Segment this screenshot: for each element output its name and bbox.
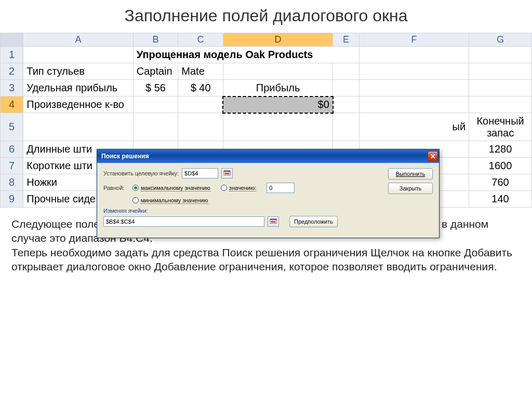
cell-D5[interactable] [223,113,332,141]
close-button[interactable]: ✕ [428,151,438,161]
cell-G2[interactable] [469,63,532,80]
close-icon: ✕ [430,153,436,160]
changing-cells-label: Изменяя ячейки: [103,208,433,214]
cell-B2[interactable]: Captain [133,63,178,80]
row-header-4[interactable]: 4 [1,97,23,113]
cell-G1[interactable] [469,47,532,63]
cell-C5[interactable] [178,113,223,141]
cell-D4[interactable]: $0 [223,97,332,113]
row-header-3[interactable]: 3 [1,80,23,97]
row-header-9[interactable]: 9 [1,191,23,208]
cell-F4[interactable] [359,97,469,113]
equal-label: Равной: [103,185,129,191]
cell-B1[interactable]: Упрощенная модель Oak Products [133,47,359,63]
changing-cells-row: Предположить [103,216,433,227]
svg-rect-2 [225,173,230,174]
col-header-B[interactable]: B [133,33,178,47]
radio-max-label: максимальному значению [141,185,210,191]
svg-rect-1 [224,171,230,172]
radio-icon [132,197,139,203]
col-header-E[interactable]: E [333,33,359,47]
cell-F2[interactable] [359,63,469,80]
target-cell-label: Установить целевую ячейку: [103,170,179,176]
min-row: минимальному значению [132,197,433,203]
row-2: 2 Тип стульев Captain Mate [1,63,532,80]
col-header-D[interactable]: D [223,33,332,47]
radio-value[interactable]: значению: [221,185,256,191]
radio-icon [132,185,139,191]
radio-icon [221,185,227,191]
collapse-dialog-icon [270,218,277,225]
cell-B3[interactable]: $ 56 [133,80,178,97]
cell-C2[interactable]: Mate [178,63,223,80]
cell-G5[interactable]: Конечный запас [469,113,532,141]
solver-dialog: Поиск решения ✕ Выполнить Закрыть Устано… [97,149,440,238]
col-header-C[interactable]: C [178,33,223,47]
svg-rect-4 [270,219,276,221]
row-header-7[interactable]: 7 [1,158,23,174]
dialog-titlebar[interactable]: Поиск решения ✕ [97,149,439,163]
col-header-A[interactable]: A [23,33,133,47]
value-input[interactable] [267,183,295,193]
cell-G9[interactable]: 140 [469,191,532,208]
dialog-body: Выполнить Закрыть Установить целевую яче… [97,163,439,238]
select-all-corner[interactable] [1,33,23,47]
close-dialog-button[interactable]: Закрыть [388,183,433,194]
cell-A4[interactable]: Произведенное к-во [23,97,133,113]
changing-cells-input[interactable] [103,216,264,227]
radio-min-label: минимальному значению [141,197,208,203]
cell-E3[interactable] [333,80,359,97]
target-ref-button[interactable] [221,168,233,179]
cell-C3[interactable]: $ 40 [178,80,223,97]
row-4: 4 Произведенное к-во $0 [1,97,532,113]
button-column: Выполнить Закрыть [388,168,433,194]
row-header-2[interactable]: 2 [1,63,23,80]
cell-A3[interactable]: Удельная прибыль [23,80,133,97]
radio-value-label: значению: [229,185,256,191]
execute-button[interactable]: Выполнить [388,168,433,180]
radio-max[interactable]: максимальному значению [132,185,210,191]
cell-C4[interactable] [178,97,223,113]
changing-ref-button[interactable] [268,216,279,227]
target-cell-row: Установить целевую ячейку: [103,168,433,179]
cell-D3[interactable]: Прибыль [223,80,332,97]
cell-A5[interactable] [23,113,133,141]
row-5: 5 ый Конечный запас [1,113,532,141]
cell-G4[interactable] [469,97,532,113]
svg-rect-5 [271,221,276,223]
equal-to-row: Равной: максимальному значению значению: [103,183,433,193]
row-1: 1 Упрощенная модель Oak Products [1,47,532,63]
dialog-title: Поиск решения [101,153,149,160]
row-header-6[interactable]: 6 [1,141,23,158]
cell-F1[interactable] [359,47,469,63]
cell-G7[interactable]: 1600 [469,158,532,174]
cell-F5[interactable]: ый [359,113,469,141]
row-header-1[interactable]: 1 [1,47,23,63]
col-header-G[interactable]: G [469,33,532,47]
guess-button[interactable]: Предположить [289,216,338,227]
cell-B4[interactable] [133,97,178,113]
cell-A1[interactable] [23,47,133,63]
row-header-8[interactable]: 8 [1,174,23,191]
slide-title: Заполнение полей диалогового окна [0,0,532,33]
cell-G3[interactable] [469,80,532,97]
collapse-dialog-icon [223,170,231,177]
col-header-F[interactable]: F [359,33,469,47]
column-header-row: A B C D E F G [1,33,532,47]
cell-G6[interactable]: 1280 [469,141,532,158]
cell-E2[interactable] [333,63,359,80]
cell-A2[interactable]: Тип стульев [23,63,133,80]
row-3: 3 Удельная прибыль $ 56 $ 40 Прибыль [1,80,532,97]
cell-B5[interactable] [133,113,178,141]
row-header-5[interactable]: 5 [1,113,23,141]
cell-E5[interactable] [333,113,359,141]
spreadsheet: A B C D E F G 1 Упрощенная модель Oak Pr… [0,33,532,208]
cell-E4[interactable] [333,97,359,113]
cell-D2[interactable] [223,63,332,80]
cell-G8[interactable]: 760 [469,174,532,191]
cell-F3[interactable] [359,80,469,97]
radio-min[interactable]: минимальному значению [132,197,208,203]
target-cell-input[interactable] [182,168,218,179]
